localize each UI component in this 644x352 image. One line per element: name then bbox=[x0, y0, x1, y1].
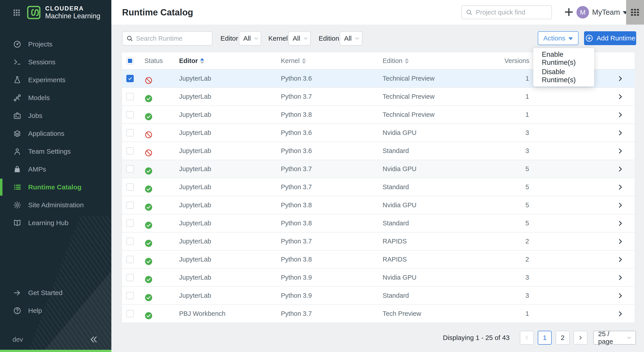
column-header-editor[interactable]: Editor bbox=[179, 57, 281, 65]
table-row[interactable]: JupyterLab Python 3.7 RAPIDS 2 bbox=[122, 232, 634, 251]
row-checkbox[interactable] bbox=[126, 274, 134, 281]
table-row[interactable]: JupyterLab Python 3.8 Nvidia GPU 5 bbox=[122, 196, 634, 214]
table-row[interactable]: JupyterLab Python 3.8 Technical Preview … bbox=[122, 106, 634, 124]
row-expand-chevron-icon[interactable] bbox=[606, 219, 634, 227]
kernel-filter-label: Kernel bbox=[268, 31, 288, 46]
row-checkbox[interactable] bbox=[126, 183, 134, 191]
row-checkbox[interactable] bbox=[126, 256, 134, 263]
row-checkbox[interactable] bbox=[126, 310, 134, 317]
column-header-kernel[interactable]: Kernel bbox=[281, 57, 382, 65]
cell-editor: JupyterLab bbox=[179, 274, 281, 281]
select-all-checkbox[interactable] bbox=[126, 57, 134, 65]
row-checkbox[interactable] bbox=[126, 111, 134, 118]
apps-grid-icon[interactable] bbox=[12, 8, 20, 16]
page-button-2[interactable]: 2 bbox=[556, 331, 570, 345]
sidebar-item-get-started[interactable]: Get Started bbox=[0, 284, 111, 302]
sidebar-item-models[interactable]: Models bbox=[0, 89, 111, 107]
table-row[interactable]: JupyterLab Python 3.7 Technical Preview … bbox=[122, 88, 634, 106]
sort-carets-icon bbox=[302, 58, 306, 64]
cell-edition: RAPIDS bbox=[382, 256, 504, 263]
row-checkbox[interactable] bbox=[126, 238, 134, 245]
row-expand-chevron-icon[interactable] bbox=[606, 292, 634, 300]
table-row[interactable]: JupyterLab Python 3.7 Nvidia GPU 5 bbox=[122, 160, 634, 178]
row-expand-chevron-icon[interactable] bbox=[606, 165, 634, 173]
project-quick-find[interactable] bbox=[462, 5, 552, 19]
row-expand-chevron-icon[interactable] bbox=[606, 310, 634, 318]
sidebar-item-experiments[interactable]: Experiments bbox=[0, 71, 111, 89]
editor-filter-label: Editor bbox=[220, 31, 238, 46]
actions-button[interactable]: Actions bbox=[538, 31, 578, 45]
table-row[interactable]: JupyterLab Python 3.9 Nvidia GPU 3 bbox=[122, 269, 634, 287]
page-size-select[interactable]: 25 / page bbox=[593, 331, 636, 345]
table-row[interactable]: JupyterLab Python 3.8 RAPIDS 2 bbox=[122, 251, 634, 269]
sidebar-item-sessions[interactable]: Sessions bbox=[0, 53, 111, 71]
sidebar-item-amps[interactable]: AMPs bbox=[0, 160, 111, 178]
add-runtime-button[interactable]: Add Runtime bbox=[584, 31, 636, 45]
row-expand-chevron-icon[interactable] bbox=[606, 201, 634, 209]
avatar[interactable]: M bbox=[576, 6, 589, 18]
row-checkbox[interactable] bbox=[126, 93, 134, 100]
menu-item-disable-runtime-s[interactable]: Disable Runtime(s) bbox=[533, 67, 594, 85]
next-page-button[interactable] bbox=[574, 331, 588, 345]
collapse-sidebar-icon[interactable] bbox=[89, 335, 98, 344]
editor-filter-select[interactable]: All bbox=[239, 31, 261, 46]
table-row[interactable]: JupyterLab Python 3.7 Standard 5 bbox=[122, 178, 634, 196]
sidebar-item-projects[interactable]: Projects bbox=[0, 35, 111, 53]
pagination-summary: Displaying 1 - 25 of 43 bbox=[443, 334, 510, 342]
row-checkbox[interactable] bbox=[126, 129, 134, 137]
cell-edition: Standard bbox=[382, 147, 504, 155]
page-button-1[interactable]: 1 bbox=[538, 331, 552, 345]
table-row[interactable]: JupyterLab Python 3.6 Nvidia GPU 3 bbox=[122, 124, 634, 142]
sidebar-nav: Projects Sessions Experiments Models Job… bbox=[0, 35, 111, 232]
row-expand-chevron-icon[interactable] bbox=[606, 256, 634, 263]
cell-kernel: Python 3.9 bbox=[281, 274, 382, 281]
sidebar-item-help[interactable]: Help bbox=[0, 302, 111, 320]
cell-versions: 1 bbox=[504, 93, 529, 100]
sidebar-item-applications[interactable]: Applications bbox=[0, 125, 111, 143]
sidebar-item-label: Experiments bbox=[28, 76, 66, 84]
brand-text: CLOUDERA Machine Learning bbox=[45, 5, 100, 20]
row-expand-chevron-icon[interactable] bbox=[606, 75, 634, 82]
row-expand-chevron-icon[interactable] bbox=[606, 129, 634, 137]
column-header-versions: Versions bbox=[504, 57, 529, 65]
row-expand-chevron-icon[interactable] bbox=[606, 111, 634, 119]
status-enabled-icon bbox=[144, 203, 179, 211]
table-row[interactable]: JupyterLab Python 3.6 Standard 3 bbox=[122, 142, 634, 160]
cell-kernel: Python 3.8 bbox=[281, 256, 382, 263]
table-row[interactable]: PBJ Workbench Python 3.7 Tech Preview 1 bbox=[122, 305, 634, 323]
row-expand-chevron-icon[interactable] bbox=[606, 93, 634, 101]
plus-icon[interactable] bbox=[564, 7, 574, 17]
row-expand-chevron-icon[interactable] bbox=[606, 183, 634, 191]
column-header-edition[interactable]: Edition bbox=[382, 57, 504, 65]
team-menu[interactable]: MyTeam bbox=[592, 0, 628, 24]
menu-item-enable-runtime-s[interactable]: Enable Runtime(s) bbox=[533, 50, 594, 67]
row-expand-chevron-icon[interactable] bbox=[606, 147, 634, 155]
search-runtime-field[interactable] bbox=[122, 31, 212, 46]
sidebar-item-team-settings[interactable]: Team Settings bbox=[0, 143, 111, 160]
app-switcher-button[interactable] bbox=[626, 0, 644, 24]
sidebar-item-label: Projects bbox=[28, 40, 52, 48]
row-checkbox[interactable] bbox=[126, 292, 134, 299]
row-checkbox[interactable] bbox=[126, 75, 134, 82]
kernel-filter-select[interactable]: All bbox=[288, 31, 310, 46]
prev-page-button[interactable] bbox=[520, 331, 534, 345]
sidebar-item-jobs[interactable]: Jobs bbox=[0, 107, 111, 125]
row-expand-chevron-icon[interactable] bbox=[606, 274, 634, 281]
row-checkbox[interactable] bbox=[126, 147, 134, 155]
cell-versions: 1 bbox=[504, 75, 529, 82]
row-checkbox[interactable] bbox=[126, 201, 134, 209]
row-checkbox[interactable] bbox=[126, 219, 134, 227]
project-quick-find-input[interactable] bbox=[476, 9, 548, 16]
sidebar-item-learning-hub[interactable]: Learning Hub bbox=[0, 214, 111, 232]
table-row[interactable]: JupyterLab Python 3.9 Standard 3 bbox=[122, 287, 634, 305]
cell-editor: PBJ Workbench bbox=[179, 310, 281, 317]
sort-carets-icon bbox=[405, 58, 409, 64]
cell-versions: 3 bbox=[504, 274, 529, 281]
table-row[interactable]: JupyterLab Python 3.8 Standard 5 bbox=[122, 214, 634, 232]
edition-filter-select[interactable]: All bbox=[340, 31, 362, 46]
sidebar-item-runtime-catalog[interactable]: Runtime Catalog bbox=[0, 178, 111, 196]
search-runtime-input[interactable] bbox=[136, 35, 208, 42]
row-checkbox[interactable] bbox=[126, 165, 134, 173]
row-expand-chevron-icon[interactable] bbox=[606, 238, 634, 245]
sidebar-item-site-administration[interactable]: Site Administration bbox=[0, 196, 111, 214]
